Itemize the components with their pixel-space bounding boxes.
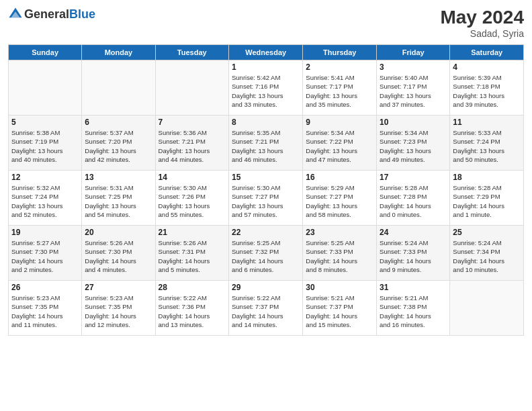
calendar-week-row: 19Sunrise: 5:27 AM Sunset: 7:30 PM Dayli… [9, 226, 524, 281]
calendar-cell: 9Sunrise: 5:34 AM Sunset: 7:22 PM Daylig… [303, 116, 377, 171]
calendar-cell: 17Sunrise: 5:28 AM Sunset: 7:28 PM Dayli… [377, 171, 450, 226]
calendar-cell: 23Sunrise: 5:25 AM Sunset: 7:33 PM Dayli… [303, 226, 377, 281]
weekday-header-wednesday: Wednesday [228, 45, 302, 60]
calendar-cell: 2Sunrise: 5:41 AM Sunset: 7:17 PM Daylig… [303, 60, 377, 116]
day-info: Sunrise: 5:35 AM Sunset: 7:21 PM Dayligh… [232, 128, 300, 164]
day-number: 26 [11, 283, 79, 292]
weekday-header-sunday: Sunday [9, 45, 82, 60]
logo-icon [8, 7, 23, 21]
day-number: 20 [85, 228, 152, 237]
day-info: Sunrise: 5:21 AM Sunset: 7:37 PM Dayligh… [306, 293, 373, 329]
weekday-header-monday: Monday [82, 45, 155, 60]
day-number: 23 [306, 228, 373, 237]
calendar-cell: 10Sunrise: 5:34 AM Sunset: 7:23 PM Dayli… [377, 116, 450, 171]
day-info: Sunrise: 5:23 AM Sunset: 7:35 PM Dayligh… [85, 293, 152, 329]
calendar-cell: 30Sunrise: 5:21 AM Sunset: 7:37 PM Dayli… [303, 281, 377, 336]
calendar-cell: 12Sunrise: 5:32 AM Sunset: 7:24 PM Dayli… [9, 171, 82, 226]
day-number: 14 [159, 173, 226, 182]
calendar-week-row: 5Sunrise: 5:38 AM Sunset: 7:19 PM Daylig… [9, 116, 524, 171]
day-info: Sunrise: 5:37 AM Sunset: 7:20 PM Dayligh… [85, 128, 152, 164]
day-number: 22 [232, 228, 300, 237]
day-number: 3 [380, 62, 447, 72]
day-info: Sunrise: 5:28 AM Sunset: 7:28 PM Dayligh… [380, 183, 447, 219]
calendar-cell: 11Sunrise: 5:33 AM Sunset: 7:24 PM Dayli… [450, 116, 524, 171]
title-block: May 2024 Sadad, Syria [440, 7, 524, 39]
calendar-cell [82, 60, 155, 116]
day-number: 24 [380, 228, 447, 237]
calendar-cell: 19Sunrise: 5:27 AM Sunset: 7:30 PM Dayli… [9, 226, 82, 281]
day-info: Sunrise: 5:28 AM Sunset: 7:29 PM Dayligh… [453, 183, 521, 219]
day-info: Sunrise: 5:27 AM Sunset: 7:30 PM Dayligh… [11, 238, 79, 274]
calendar-cell: 3Sunrise: 5:40 AM Sunset: 7:17 PM Daylig… [377, 60, 450, 116]
day-info: Sunrise: 5:39 AM Sunset: 7:18 PM Dayligh… [453, 73, 521, 109]
calendar-cell: 1Sunrise: 5:42 AM Sunset: 7:16 PM Daylig… [228, 60, 302, 116]
day-number: 4 [453, 62, 521, 72]
day-number: 8 [232, 118, 300, 127]
day-info: Sunrise: 5:30 AM Sunset: 7:27 PM Dayligh… [232, 183, 300, 219]
day-number: 10 [380, 118, 447, 127]
weekday-header-tuesday: Tuesday [155, 45, 228, 60]
month-year: May 2024 [440, 7, 524, 28]
day-number: 30 [306, 283, 373, 292]
day-number: 6 [85, 118, 152, 127]
calendar-cell: 4Sunrise: 5:39 AM Sunset: 7:18 PM Daylig… [450, 60, 524, 116]
day-info: Sunrise: 5:23 AM Sunset: 7:35 PM Dayligh… [11, 293, 79, 329]
calendar-cell: 20Sunrise: 5:26 AM Sunset: 7:30 PM Dayli… [82, 226, 155, 281]
day-number: 27 [85, 283, 152, 292]
weekday-header-friday: Friday [377, 45, 450, 60]
calendar-cell: 31Sunrise: 5:21 AM Sunset: 7:38 PM Dayli… [377, 281, 450, 336]
weekday-header-saturday: Saturday [450, 45, 524, 60]
calendar-cell: 28Sunrise: 5:22 AM Sunset: 7:36 PM Dayli… [155, 281, 228, 336]
calendar-cell: 24Sunrise: 5:24 AM Sunset: 7:33 PM Dayli… [377, 226, 450, 281]
logo-text: GeneralBlue [24, 7, 95, 21]
day-info: Sunrise: 5:41 AM Sunset: 7:17 PM Dayligh… [306, 73, 373, 109]
day-number: 17 [380, 173, 447, 182]
day-number: 31 [380, 283, 447, 292]
day-info: Sunrise: 5:38 AM Sunset: 7:19 PM Dayligh… [11, 128, 79, 164]
logo: GeneralBlue [8, 7, 95, 21]
calendar-week-row: 26Sunrise: 5:23 AM Sunset: 7:35 PM Dayli… [9, 281, 524, 336]
calendar-cell: 29Sunrise: 5:22 AM Sunset: 7:37 PM Dayli… [228, 281, 302, 336]
page-container: GeneralBlue May 2024 Sadad, Syria Sunday… [0, 0, 532, 342]
calendar-cell: 22Sunrise: 5:25 AM Sunset: 7:32 PM Dayli… [228, 226, 302, 281]
weekday-header-thursday: Thursday [303, 45, 377, 60]
day-number: 16 [306, 173, 373, 182]
day-info: Sunrise: 5:21 AM Sunset: 7:38 PM Dayligh… [380, 293, 447, 329]
day-info: Sunrise: 5:30 AM Sunset: 7:26 PM Dayligh… [159, 183, 226, 219]
day-info: Sunrise: 5:33 AM Sunset: 7:24 PM Dayligh… [453, 128, 521, 164]
weekday-header-row: SundayMondayTuesdayWednesdayThursdayFrid… [9, 45, 524, 60]
day-number: 19 [11, 228, 79, 237]
calendar-cell: 21Sunrise: 5:26 AM Sunset: 7:31 PM Dayli… [155, 226, 228, 281]
calendar-cell [450, 281, 524, 336]
day-number: 18 [453, 173, 521, 182]
day-info: Sunrise: 5:34 AM Sunset: 7:23 PM Dayligh… [380, 128, 447, 164]
day-number: 21 [159, 228, 226, 237]
calendar-cell: 5Sunrise: 5:38 AM Sunset: 7:19 PM Daylig… [9, 116, 82, 171]
day-info: Sunrise: 5:22 AM Sunset: 7:36 PM Dayligh… [159, 293, 226, 329]
day-info: Sunrise: 5:26 AM Sunset: 7:30 PM Dayligh… [85, 238, 152, 274]
day-info: Sunrise: 5:24 AM Sunset: 7:33 PM Dayligh… [380, 238, 447, 274]
day-info: Sunrise: 5:32 AM Sunset: 7:24 PM Dayligh… [11, 183, 79, 219]
day-info: Sunrise: 5:40 AM Sunset: 7:17 PM Dayligh… [380, 73, 447, 109]
day-number: 2 [306, 62, 373, 72]
location: Sadad, Syria [440, 28, 524, 39]
day-number: 7 [159, 118, 226, 127]
calendar-cell: 25Sunrise: 5:24 AM Sunset: 7:34 PM Dayli… [450, 226, 524, 281]
day-info: Sunrise: 5:26 AM Sunset: 7:31 PM Dayligh… [159, 238, 226, 274]
header: GeneralBlue May 2024 Sadad, Syria [8, 7, 524, 39]
calendar-week-row: 12Sunrise: 5:32 AM Sunset: 7:24 PM Dayli… [9, 171, 524, 226]
calendar-cell: 15Sunrise: 5:30 AM Sunset: 7:27 PM Dayli… [228, 171, 302, 226]
day-number: 1 [232, 62, 300, 72]
calendar-cell: 14Sunrise: 5:30 AM Sunset: 7:26 PM Dayli… [155, 171, 228, 226]
day-number: 9 [306, 118, 373, 127]
calendar-cell: 13Sunrise: 5:31 AM Sunset: 7:25 PM Dayli… [82, 171, 155, 226]
day-number: 13 [85, 173, 152, 182]
day-info: Sunrise: 5:25 AM Sunset: 7:32 PM Dayligh… [232, 238, 300, 274]
calendar-cell [155, 60, 228, 116]
calendar-cell: 27Sunrise: 5:23 AM Sunset: 7:35 PM Dayli… [82, 281, 155, 336]
day-info: Sunrise: 5:34 AM Sunset: 7:22 PM Dayligh… [306, 128, 373, 164]
day-info: Sunrise: 5:22 AM Sunset: 7:37 PM Dayligh… [232, 293, 300, 329]
day-number: 25 [453, 228, 521, 237]
day-info: Sunrise: 5:36 AM Sunset: 7:21 PM Dayligh… [159, 128, 226, 164]
day-number: 28 [159, 283, 226, 292]
